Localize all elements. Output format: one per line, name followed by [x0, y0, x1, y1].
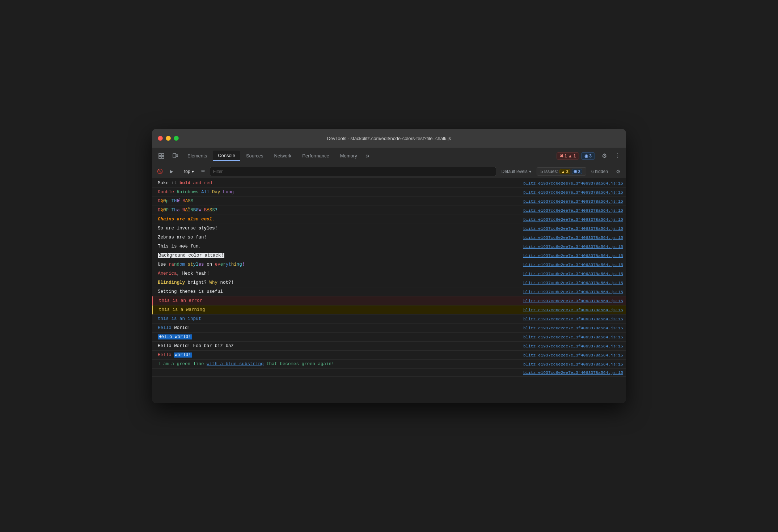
levels-label: Default levels	[502, 169, 528, 174]
console-source-link[interactable]: blitz.e1937cc6e2ee7e…3f4063378a564.js:15	[517, 280, 623, 285]
console-message: this is an error	[159, 297, 517, 304]
settings-button[interactable]: ⚙	[599, 150, 610, 162]
device-toolbar-icon[interactable]	[169, 149, 182, 162]
console-source-link[interactable]: blitz.e1937cc6e2ee7e…3f4063378a564.js:15	[517, 217, 623, 222]
error-badge[interactable]: ✖ 1 ▲ 1	[557, 152, 579, 160]
console-message: DƦØP Thə ЯΔĨNBØW BΔSS‽	[158, 207, 517, 214]
levels-chevron: ▾	[529, 169, 531, 174]
close-button[interactable]	[158, 136, 163, 141]
hidden-label: 6 hidden	[591, 169, 608, 174]
toggle-drawer-button[interactable]: ▶	[166, 166, 177, 177]
console-row: This is not fun.blitz.e1937cc6e2ee7e…3f4…	[152, 242, 626, 251]
console-message: So are inverse styles!	[158, 225, 517, 232]
console-row: Chains are also cool.blitz.e1937cc6e2ee7…	[152, 215, 626, 224]
issues-msg-badge: ◉ 2	[572, 169, 582, 174]
console-message: Blindingly bright? Why not?!	[158, 279, 517, 286]
title-bar: DevTools - stackblitz.com/edit/node-colo…	[152, 129, 626, 148]
warning-icon-small: ▲	[561, 169, 565, 174]
console-source-link[interactable]: blitz.e1937cc6e2ee7e…3f4063378a564.js:15	[517, 308, 623, 312]
more-tabs-button[interactable]: »	[363, 151, 372, 161]
filter-input[interactable]	[210, 167, 496, 176]
top-frame-selector[interactable]: top ▾	[181, 168, 197, 175]
console-row: this is a warningblitz.e1937cc6e2ee7e…3f…	[152, 305, 626, 314]
console-source-link[interactable]: blitz.e1937cc6e2ee7e…3f4063378a564.js:15	[517, 317, 623, 321]
console-source-link[interactable]: blitz.e1937cc6e2ee7e…3f4063378a564.js:15	[517, 199, 623, 204]
console-source-link[interactable]: blitz.e1937cc6e2ee7e…3f4063378a564.js:15	[517, 362, 623, 367]
console-message: Hello World! Foo bar biz baz	[158, 342, 517, 350]
console-source-link[interactable]: blitz.e1937cc6e2ee7e…3f4063378a564.js:15	[517, 353, 623, 358]
console-source-link[interactable]: blitz.e1937cc6e2ee7e…3f4063378a564.js:15	[517, 208, 623, 213]
console-message: Setting themes is useful	[158, 288, 517, 295]
console-row: DƦØP Thə ЯΔĨNBØW BΔSS‽blitz.e1937cc6e2ee…	[152, 206, 626, 215]
console-message: Hello world!	[158, 333, 517, 341]
svg-rect-1	[162, 153, 164, 156]
maximize-button[interactable]	[174, 136, 179, 141]
console-source-link[interactable]: blitz.e1937cc6e2ee7e…3f4063378a564.js:15	[517, 244, 623, 249]
inspector-icon[interactable]	[155, 149, 168, 162]
console-source-link[interactable]: blitz.e1937cc6e2ee7e…3f4063378a564.js:15	[517, 370, 623, 375]
console-row: Hello world!blitz.e1937cc6e2ee7e…3f40633…	[152, 333, 626, 342]
console-row: Hello World!blitz.e1937cc6e2ee7e…3f40633…	[152, 324, 626, 333]
console-source-link[interactable]: blitz.e1937cc6e2ee7e…3f4063378a564.js:15	[517, 344, 623, 349]
console-settings-button[interactable]: ⚙	[613, 166, 623, 177]
default-levels-button[interactable]: Default levels ▾	[498, 168, 535, 176]
tab-memory[interactable]: Memory	[335, 151, 362, 161]
console-source-link[interactable]: blitz.e1937cc6e2ee7e…3f4063378a564.js:15	[517, 235, 623, 240]
issues-warn-badge: ▲ 3	[559, 169, 570, 174]
console-source-link[interactable]: blitz.e1937cc6e2ee7e…3f4063378a564.js:15	[517, 335, 623, 339]
console-message: America, Heck Yeah!	[158, 270, 517, 277]
console-source-link[interactable]: blitz.e1937cc6e2ee7e…3f4063378a564.js:15	[517, 290, 623, 294]
console-message: DƦØp TĦɆ BΔSS	[158, 198, 517, 205]
console-source-link[interactable]: blitz.e1937cc6e2ee7e…3f4063378a564.js:15	[517, 299, 623, 303]
msg-icon-small: ◉	[574, 169, 577, 174]
console-row: this is an errorblitz.e1937cc6e2ee7e…3f4…	[152, 296, 626, 305]
top-label: top	[184, 169, 190, 174]
console-row: Use random styles on everything!blitz.e1…	[152, 260, 626, 269]
console-output[interactable]: Make it bold and redblitz.e1937cc6e2ee7e…	[152, 179, 626, 403]
console-source-link[interactable]: blitz.e1937cc6e2ee7e…3f4063378a564.js:15	[517, 262, 623, 267]
issues-label: 5 Issues:	[541, 169, 558, 174]
eye-icon-button[interactable]: 👁	[198, 166, 208, 177]
more-options-button[interactable]: ⋮	[612, 150, 623, 162]
tab-network[interactable]: Network	[269, 151, 297, 161]
console-row: I am a green line with a blue substring …	[152, 360, 626, 369]
toolbar-divider	[179, 168, 179, 175]
console-source-link[interactable]: blitz.e1937cc6e2ee7e…3f4063378a564.js:15	[517, 326, 623, 330]
tab-elements[interactable]: Elements	[182, 151, 212, 161]
message-icon: ◉	[584, 153, 588, 159]
console-source-link[interactable]: blitz.e1937cc6e2ee7e…3f4063378a564.js:15	[517, 226, 623, 231]
console-source-link[interactable]: blitz.e1937cc6e2ee7e…3f4063378a564.js:15	[517, 190, 623, 195]
console-message: This is not fun.	[158, 243, 517, 250]
console-row: this is an inputblitz.e1937cc6e2ee7e…3f4…	[152, 314, 626, 324]
hidden-count-button[interactable]: 6 hidden	[588, 168, 612, 175]
issues-button[interactable]: 5 Issues: ▲ 3 ◉ 2	[537, 167, 586, 176]
console-source-link[interactable]: blitz.e1937cc6e2ee7e…3f4063378a564.js:15	[517, 271, 623, 276]
console-message: Use random styles on everything!	[158, 261, 517, 268]
tab-performance[interactable]: Performance	[297, 151, 334, 161]
console-row: Background color attack!blitz.e1937cc6e2…	[152, 251, 626, 260]
issues-msg-count: 2	[578, 169, 580, 174]
console-message: Chains are also cool.	[158, 216, 517, 223]
tabs-bar: Elements Console Sources Network Perform…	[152, 148, 626, 164]
console-row: America, Heck Yeah!blitz.e1937cc6e2ee7e……	[152, 269, 626, 278]
minimize-button[interactable]	[166, 136, 171, 141]
message-badge[interactable]: ◉ 3	[581, 152, 595, 160]
console-row: Setting themes is usefulblitz.e1937cc6e2…	[152, 287, 626, 296]
console-message: this is a warning	[159, 306, 517, 313]
warning-icon: ▲	[568, 153, 572, 159]
devtools-window: DevTools - stackblitz.com/edit/node-colo…	[152, 129, 626, 403]
error-count: 1	[565, 153, 567, 159]
clear-console-button[interactable]: 🚫	[155, 166, 165, 177]
console-message: Background color attack!	[158, 252, 517, 259]
console-row: DƦØp TĦɆ BΔSSblitz.e1937cc6e2ee7e…3f4063…	[152, 197, 626, 206]
warning-count: 1	[574, 153, 576, 159]
tab-sources[interactable]: Sources	[241, 151, 269, 161]
console-source-link[interactable]: blitz.e1937cc6e2ee7e…3f4063378a564.js:15	[517, 181, 623, 186]
console-message: I am a green line with a blue substring …	[158, 360, 517, 368]
console-row: Make it bold and redblitz.e1937cc6e2ee7e…	[152, 179, 626, 188]
window-title: DevTools - stackblitz.com/edit/node-colo…	[327, 136, 451, 141]
console-source-link[interactable]: blitz.e1937cc6e2ee7e…3f4063378a564.js:15	[517, 253, 623, 258]
tab-console[interactable]: Console	[213, 151, 240, 161]
console-row: So are inverse styles!blitz.e1937cc6e2ee…	[152, 224, 626, 233]
traffic-lights	[158, 136, 179, 141]
